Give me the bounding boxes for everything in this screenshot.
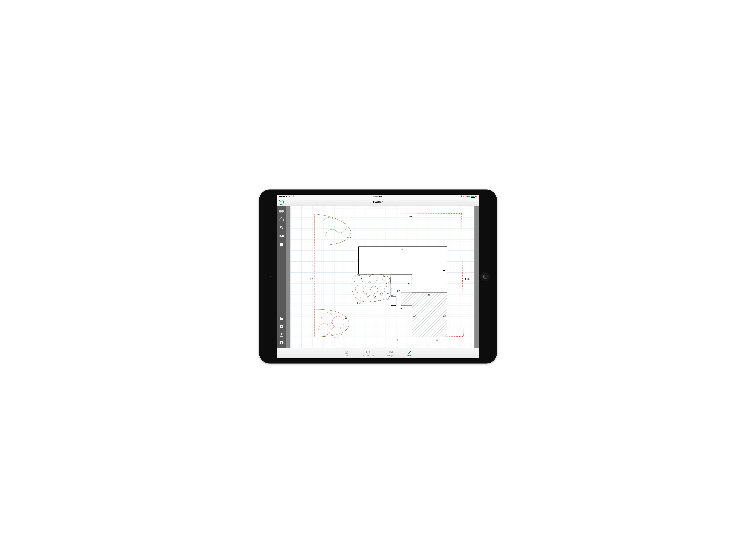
dim-house-step-w: 32' <box>382 275 385 278</box>
svg-rect-3 <box>281 236 283 237</box>
pencil-icon <box>407 350 412 354</box>
dim-boundary-bottom-b: 21' <box>436 338 439 341</box>
dim-house-right: 29' <box>443 268 446 271</box>
dim-boundary-right: 84.3' <box>465 278 470 281</box>
tab-plans-label: Plans <box>407 354 412 357</box>
dim-house-inner-h: 18' <box>397 290 400 292</box>
dim-boundary-left: 85' <box>310 278 313 281</box>
clock: 4:52 PM <box>373 195 382 198</box>
tab-home[interactable]: Home <box>344 350 349 357</box>
charging-icon: ⚡︎ <box>476 195 477 198</box>
dim-house-inner-w: 9' <box>400 307 402 310</box>
home-icon <box>344 350 349 354</box>
wifi-icon <box>292 195 295 198</box>
svg-point-31 <box>390 351 390 352</box>
dim-boundary-top: 104' <box>408 215 412 218</box>
dim-house-step-h: 11' <box>408 283 411 285</box>
settings-button[interactable] <box>279 340 285 346</box>
dim-patio-w: 21' <box>428 294 431 296</box>
sidebar <box>277 206 286 348</box>
open-folder-button[interactable] <box>279 316 285 321</box>
bluetooth-icon: ⋆ <box>463 195 464 198</box>
plan-svg: 104' 84.3' 85' 97' 21' 53' 29' 18' 32' 1… <box>290 206 474 348</box>
designs-icon <box>388 350 393 354</box>
status-left: AT&T <box>279 195 295 198</box>
help-icon-label: ? <box>280 201 282 204</box>
fence-tool[interactable] <box>279 208 285 214</box>
tab-designs[interactable]: Designs <box>387 350 395 357</box>
tab-bar: Home Presentations Designs Plans <box>277 348 479 358</box>
canvas-wrap: 104' 84.3' 85' 97' 21' 53' 29' 18' 32' 1… <box>286 206 479 348</box>
title-bar: ? Parker <box>277 199 479 206</box>
dim-house-top: 53' <box>401 248 404 251</box>
dim-bed-front-label: 21' <box>391 294 394 297</box>
svg-rect-4 <box>283 236 284 237</box>
tab-plans[interactable]: Plans <box>407 350 412 357</box>
dim-patio-h-a: 33' <box>413 315 416 317</box>
tab-presentations[interactable]: Presentations <box>362 350 374 357</box>
share-button[interactable] <box>279 332 285 338</box>
dim-house-left: 18' <box>355 259 358 262</box>
plant-tool[interactable] <box>279 225 285 231</box>
tablet-home-button[interactable] <box>480 272 490 281</box>
status-right: ⋆ 83% ⚡︎ <box>460 195 477 198</box>
help-button[interactable]: ? <box>279 200 284 205</box>
presentation-icon <box>366 350 370 354</box>
dim-bed-front: 45.8' <box>357 302 361 304</box>
svg-rect-0 <box>280 235 281 236</box>
area-tool[interactable] <box>279 242 285 248</box>
main-area: 104' 84.3' 85' 97' 21' 53' 29' 18' 32' 1… <box>277 206 479 348</box>
signal-dots-icon <box>279 196 285 197</box>
dim-bed-sw: 28' <box>345 316 348 319</box>
patio-hatch[interactable] <box>412 293 447 337</box>
tab-designs-label: Designs <box>387 354 395 357</box>
battery-pct: 83% <box>465 195 470 198</box>
dim-bed-nw: 29.3' <box>347 236 351 239</box>
plan-canvas[interactable]: 104' 84.3' 85' 97' 21' 53' 29' 18' 32' 1… <box>290 206 474 348</box>
svg-rect-2 <box>280 236 281 237</box>
svg-rect-1 <box>282 235 284 236</box>
page-title: Parker <box>373 201 383 204</box>
tab-home-label: Home <box>344 354 349 357</box>
tablet-camera <box>270 275 272 278</box>
dim-boundary-bottom-a: 97' <box>397 338 400 341</box>
import-button[interactable] <box>279 324 285 330</box>
dim-patio-h-b: 33' <box>443 315 446 317</box>
structure-tool[interactable] <box>279 216 285 222</box>
carrier-label: AT&T <box>286 195 292 198</box>
battery-icon <box>471 195 475 198</box>
status-bar: AT&T 4:52 PM ⋆ 83% ⚡︎ <box>277 195 479 199</box>
tab-presentations-label: Presentations <box>362 354 374 357</box>
hardscape-tool[interactable] <box>279 233 285 239</box>
location-icon <box>460 195 462 198</box>
app-screen: AT&T 4:52 PM ⋆ 83% ⚡︎ ? Parker <box>277 195 479 358</box>
tablet-frame: AT&T 4:52 PM ⋆ 83% ⚡︎ ? Parker <box>259 189 497 364</box>
walkway-hatch[interactable] <box>401 293 412 306</box>
